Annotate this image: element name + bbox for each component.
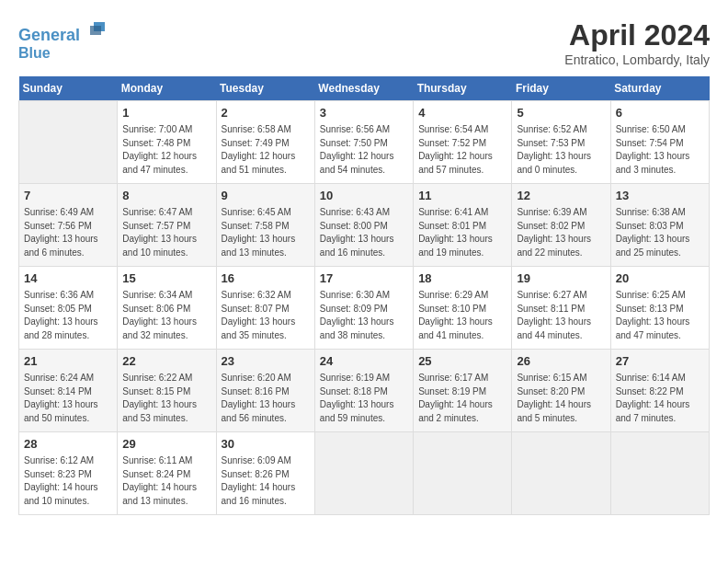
day-number: 19: [517, 270, 605, 287]
day-info: Sunrise: 6:36 AMSunset: 8:05 PMDaylight:…: [24, 289, 112, 342]
day-info: Sunrise: 6:54 AMSunset: 7:52 PMDaylight:…: [418, 123, 506, 177]
weekday-header: Friday: [512, 76, 610, 101]
day-info: Sunrise: 6:09 AMSunset: 8:26 PMDaylight:…: [222, 454, 310, 508]
day-number: 18: [418, 270, 506, 287]
calendar-cell: 29Sunrise: 6:11 AMSunset: 8:24 PMDayligh…: [118, 432, 216, 515]
day-number: 10: [320, 188, 408, 204]
day-info: Sunrise: 6:58 AMSunset: 7:49 PMDaylight:…: [222, 123, 310, 177]
calendar-header: SundayMondayTuesdayWednesdayThursdayFrid…: [19, 76, 710, 101]
calendar-cell: 12Sunrise: 6:39 AMSunset: 8:02 PMDayligh…: [512, 184, 610, 267]
day-number: 30: [222, 436, 310, 453]
weekday-header: Tuesday: [216, 76, 314, 101]
day-number: 16: [222, 270, 310, 287]
day-number: 22: [122, 353, 210, 370]
calendar-cell: 3Sunrise: 6:56 AMSunset: 7:50 PMDaylight…: [314, 101, 413, 184]
day-info: Sunrise: 6:32 AMSunset: 8:07 PMDaylight:…: [222, 289, 310, 342]
day-info: Sunrise: 6:11 AMSunset: 8:24 PMDaylight:…: [122, 454, 210, 508]
day-number: 4: [418, 105, 506, 121]
day-info: Sunrise: 7:00 AMSunset: 7:48 PMDaylight:…: [122, 123, 210, 177]
calendar-cell: 11Sunrise: 6:41 AMSunset: 8:01 PMDayligh…: [414, 184, 512, 267]
day-number: 1: [122, 105, 210, 121]
page-header: General Blue April 2024 Entratico, Lomba…: [18, 18, 710, 67]
calendar-cell: 21Sunrise: 6:24 AMSunset: 8:14 PMDayligh…: [19, 350, 118, 432]
day-number: 20: [616, 270, 704, 287]
calendar-cell: 18Sunrise: 6:29 AMSunset: 8:10 PMDayligh…: [414, 267, 512, 350]
day-info: Sunrise: 6:52 AMSunset: 7:53 PMDaylight:…: [517, 123, 605, 177]
day-number: 23: [222, 353, 310, 370]
day-number: 11: [418, 188, 506, 204]
weekday-header: Saturday: [610, 76, 709, 101]
day-number: 28: [24, 436, 112, 453]
day-info: Sunrise: 6:45 AMSunset: 7:58 PMDaylight:…: [222, 206, 310, 259]
day-number: 2: [222, 105, 310, 121]
calendar-cell: 14Sunrise: 6:36 AMSunset: 8:05 PMDayligh…: [19, 267, 118, 350]
calendar-cell: 6Sunrise: 6:50 AMSunset: 7:54 PMDaylight…: [610, 101, 709, 184]
calendar-cell: 4Sunrise: 6:54 AMSunset: 7:52 PMDaylight…: [414, 101, 512, 184]
day-number: 21: [24, 353, 112, 370]
day-info: Sunrise: 6:30 AMSunset: 8:09 PMDaylight:…: [320, 289, 408, 342]
calendar-cell: 19Sunrise: 6:27 AMSunset: 8:11 PMDayligh…: [512, 267, 610, 350]
weekday-header: Wednesday: [314, 76, 413, 101]
calendar-cell: [414, 432, 512, 515]
day-number: 26: [517, 353, 605, 370]
calendar-body: 1Sunrise: 7:00 AMSunset: 7:48 PMDaylight…: [19, 101, 710, 515]
day-info: Sunrise: 6:38 AMSunset: 8:03 PMDaylight:…: [616, 206, 704, 259]
svg-marker-1: [90, 26, 101, 35]
calendar-cell: 17Sunrise: 6:30 AMSunset: 8:09 PMDayligh…: [314, 267, 413, 350]
calendar-cell: 16Sunrise: 6:32 AMSunset: 8:07 PMDayligh…: [216, 267, 314, 350]
calendar-cell: [314, 432, 413, 515]
day-number: 17: [320, 270, 408, 287]
calendar-cell: 25Sunrise: 6:17 AMSunset: 8:19 PMDayligh…: [414, 350, 512, 432]
calendar-cell: 5Sunrise: 6:52 AMSunset: 7:53 PMDaylight…: [512, 101, 610, 184]
day-info: Sunrise: 6:19 AMSunset: 8:18 PMDaylight:…: [320, 372, 408, 425]
logo-blue: Blue: [18, 45, 108, 62]
day-info: Sunrise: 6:14 AMSunset: 8:22 PMDaylight:…: [616, 372, 704, 425]
day-number: 9: [222, 188, 310, 204]
calendar-cell: 27Sunrise: 6:14 AMSunset: 8:22 PMDayligh…: [610, 350, 709, 432]
day-number: 6: [616, 105, 704, 121]
weekday-header: Sunday: [19, 76, 118, 101]
day-number: 7: [24, 188, 112, 204]
day-info: Sunrise: 6:41 AMSunset: 8:01 PMDaylight:…: [418, 206, 506, 259]
location: Entratico, Lombardy, Italy: [564, 52, 710, 67]
logo-text: General: [18, 18, 108, 45]
day-info: Sunrise: 6:20 AMSunset: 8:16 PMDaylight:…: [222, 372, 310, 425]
title-block: April 2024 Entratico, Lombardy, Italy: [564, 18, 710, 67]
day-number: 8: [122, 188, 210, 204]
day-info: Sunrise: 6:24 AMSunset: 8:14 PMDaylight:…: [24, 372, 112, 425]
calendar-cell: 20Sunrise: 6:25 AMSunset: 8:13 PMDayligh…: [610, 267, 709, 350]
calendar-cell: 1Sunrise: 7:00 AMSunset: 7:48 PMDaylight…: [118, 101, 216, 184]
calendar-cell: [512, 432, 610, 515]
day-number: 12: [517, 188, 605, 204]
day-number: 25: [418, 353, 506, 370]
calendar-table: SundayMondayTuesdayWednesdayThursdayFrid…: [18, 76, 710, 515]
calendar-cell: 24Sunrise: 6:19 AMSunset: 8:18 PMDayligh…: [314, 350, 413, 432]
day-number: 27: [616, 353, 704, 370]
day-number: 24: [320, 353, 408, 370]
day-info: Sunrise: 6:17 AMSunset: 8:19 PMDaylight:…: [418, 372, 506, 425]
calendar-cell: 23Sunrise: 6:20 AMSunset: 8:16 PMDayligh…: [216, 350, 314, 432]
calendar-cell: 2Sunrise: 6:58 AMSunset: 7:49 PMDaylight…: [216, 101, 314, 184]
calendar-cell: [19, 101, 118, 184]
day-info: Sunrise: 6:27 AMSunset: 8:11 PMDaylight:…: [517, 289, 605, 342]
calendar-cell: 13Sunrise: 6:38 AMSunset: 8:03 PMDayligh…: [610, 184, 709, 267]
day-number: 15: [122, 270, 210, 287]
day-info: Sunrise: 6:49 AMSunset: 7:56 PMDaylight:…: [24, 206, 112, 259]
weekday-header: Thursday: [414, 76, 512, 101]
logo: General Blue: [18, 18, 108, 61]
day-number: 14: [24, 270, 112, 287]
calendar-cell: 26Sunrise: 6:15 AMSunset: 8:20 PMDayligh…: [512, 350, 610, 432]
day-info: Sunrise: 6:34 AMSunset: 8:06 PMDaylight:…: [122, 289, 210, 342]
calendar-cell: 7Sunrise: 6:49 AMSunset: 7:56 PMDaylight…: [19, 184, 118, 267]
day-info: Sunrise: 6:12 AMSunset: 8:23 PMDaylight:…: [24, 454, 112, 508]
calendar-cell: 22Sunrise: 6:22 AMSunset: 8:15 PMDayligh…: [118, 350, 216, 432]
calendar-cell: 10Sunrise: 6:43 AMSunset: 8:00 PMDayligh…: [314, 184, 413, 267]
calendar-cell: 9Sunrise: 6:45 AMSunset: 7:58 PMDaylight…: [216, 184, 314, 267]
day-info: Sunrise: 6:39 AMSunset: 8:02 PMDaylight:…: [517, 206, 605, 259]
weekday-header: Monday: [118, 76, 216, 101]
day-number: 29: [122, 436, 210, 453]
calendar-cell: 8Sunrise: 6:47 AMSunset: 7:57 PMDaylight…: [118, 184, 216, 267]
day-info: Sunrise: 6:43 AMSunset: 8:00 PMDaylight:…: [320, 206, 408, 259]
day-number: 13: [616, 188, 704, 204]
calendar-cell: 15Sunrise: 6:34 AMSunset: 8:06 PMDayligh…: [118, 267, 216, 350]
